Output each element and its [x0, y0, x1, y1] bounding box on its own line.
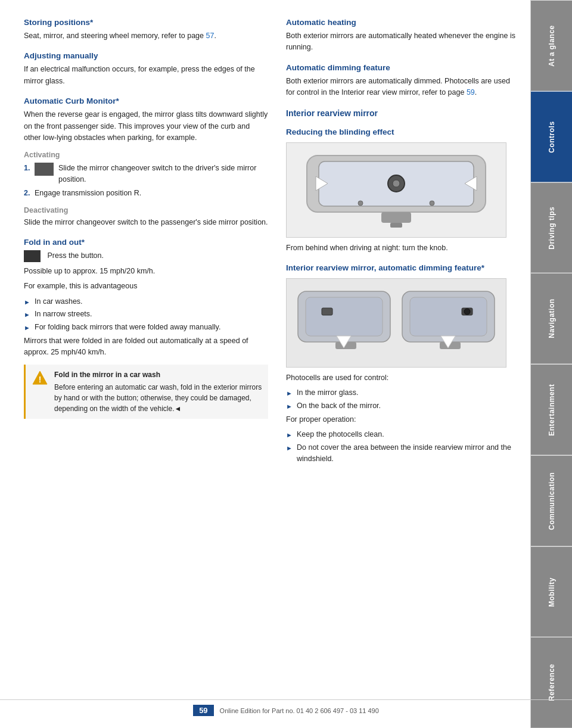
fold-heading: Fold in and out* [24, 238, 268, 247]
auto-dim-mirror-heading: Interior rearview mirror, automatic dimm… [286, 263, 518, 272]
warning-detail: Before entering an automatic car wash, f… [54, 382, 262, 414]
step-1: 1. Slide the mirror changeover switch to… [24, 163, 268, 185]
proper-bullet-1: ► Keep the photocells clean. [286, 429, 518, 440]
adjusting-heading: Adjusting manually [24, 51, 268, 60]
fold-bullet-1: ► In car washes. [24, 296, 268, 307]
deactivating-sub: Deactivating [24, 206, 268, 214]
photocells-label: Photocells are used for control: [286, 372, 518, 384]
storing-text: Seat, mirror, and steering wheel memory,… [24, 30, 268, 42]
mirror-diagram-svg [289, 144, 503, 236]
auto-dim-mirror-diagram [286, 278, 506, 368]
footer-text: Online Edition for Part no. 01 40 2 606 … [220, 707, 379, 714]
sidebar: At a glance Controls Driving tips Naviga… [530, 0, 572, 728]
proper-bullet-2: ► Do not cover the area between the insi… [286, 442, 518, 465]
proper-bullets: ► Keep the photocells clean. ► Do not co… [286, 429, 518, 464]
auto-heat-text: Both exterior mirrors are automatically … [286, 30, 518, 54]
svg-point-10 [358, 201, 363, 206]
warning-triangle-icon: ! [32, 370, 48, 385]
warning-box: ! Fold in the mirror in a car wash Befor… [24, 365, 268, 419]
sidebar-item-driving-tips[interactable]: Driving tips [531, 182, 572, 273]
page-number: 59 [193, 705, 213, 716]
sidebar-item-controls[interactable]: Controls [531, 91, 572, 182]
svg-text:!: ! [39, 375, 42, 384]
auto-dim-text: Both exterior mirrors are automatically … [286, 76, 518, 99]
sidebar-item-entertainment[interactable]: Entertainment [531, 364, 572, 455]
warning-icon: ! [32, 369, 48, 386]
fold-advantage: For example, this is advantageous [24, 281, 268, 292]
fold-text: Press the button. [24, 250, 268, 262]
step-2: 2. Engage transmission position R. [24, 188, 268, 199]
fold-speed: Possible up to approx. 15 mph/20 km/h. [24, 266, 268, 277]
storing-link[interactable]: 57 [206, 32, 214, 40]
auto-dim-heading: Automatic dimming feature [286, 63, 518, 72]
svg-rect-13 [306, 297, 383, 336]
svg-rect-15 [322, 308, 332, 315]
right-column: Automatic heating Both exterior mirrors … [280, 18, 518, 692]
svg-rect-18 [410, 297, 487, 336]
warning-title: Fold in the mirror in a car wash [54, 369, 262, 380]
page-footer: 59 Online Edition for Part no. 01 40 2 6… [0, 699, 572, 716]
storing-heading: Storing positions* [24, 18, 268, 27]
auto-dim-diagram-svg [289, 279, 503, 366]
fold-auto: Mirrors that were folded in are folded o… [24, 335, 268, 359]
sidebar-item-communication[interactable]: Communication [531, 455, 572, 546]
fold-bullets: ► In car washes. ► In narrow streets. ► … [24, 296, 268, 333]
reducing-heading: Reducing the blinding effect [286, 127, 518, 136]
deactivating-text: Slide the mirror changeover switch to th… [24, 217, 268, 228]
mirror-caption: From behind when driving at night: turn … [286, 242, 518, 254]
svg-point-11 [430, 201, 434, 206]
svg-point-21 [464, 309, 470, 315]
svg-point-9 [393, 180, 400, 187]
sidebar-item-mobility[interactable]: Mobility [531, 546, 572, 637]
mirror-switch-icon [35, 163, 54, 176]
page-wrapper: Storing positions* Seat, mirror, and ste… [0, 0, 572, 728]
photocells-bullets: ► In the mirror glass. ► On the back of … [286, 387, 518, 412]
rearview-mirror-diagram [286, 142, 506, 238]
fold-button-icon [24, 250, 41, 262]
curb-text: When the reverse gear is engaged, the mi… [24, 109, 268, 144]
sidebar-item-at-a-glance[interactable]: At a glance [531, 0, 572, 91]
main-content: Storing positions* Seat, mirror, and ste… [0, 0, 530, 728]
svg-rect-4 [381, 212, 411, 223]
photo-bullet-2: ► On the back of the mirror. [286, 400, 518, 412]
sidebar-item-navigation[interactable]: Navigation [531, 273, 572, 364]
photo-bullet-1: ► In the mirror glass. [286, 387, 518, 399]
auto-dim-link[interactable]: 59 [467, 88, 475, 97]
activating-sub: Activating [24, 151, 268, 159]
interior-heading: Interior rearview mirror [286, 108, 518, 118]
activating-steps: 1. Slide the mirror changeover switch to… [24, 163, 268, 198]
fold-bullet-2: ► In narrow streets. [24, 309, 268, 320]
proper-label: For proper operation: [286, 414, 518, 425]
fold-bullet-3: ► For folding back mirrors that were fol… [24, 322, 268, 333]
svg-rect-5 [390, 223, 402, 228]
auto-heat-heading: Automatic heating [286, 18, 518, 27]
curb-heading: Automatic Curb Monitor* [24, 97, 268, 105]
adjusting-text: If an electrical malfunction occurs, for… [24, 64, 268, 87]
left-column: Storing positions* Seat, mirror, and ste… [24, 18, 280, 692]
